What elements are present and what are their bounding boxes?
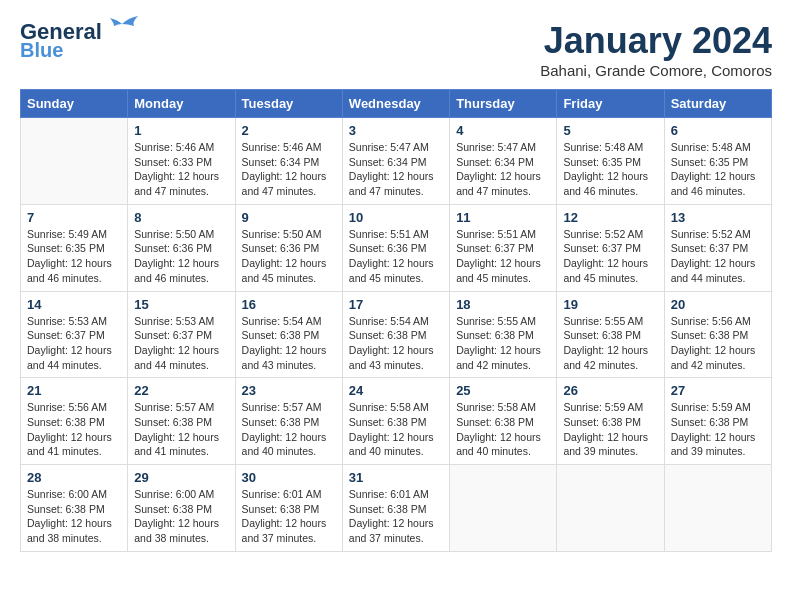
- day-number: 18: [456, 297, 550, 312]
- calendar-table: SundayMondayTuesdayWednesdayThursdayFrid…: [20, 89, 772, 552]
- day-number: 19: [563, 297, 657, 312]
- calendar-cell: 20 Sunrise: 5:56 AMSunset: 6:38 PMDaylig…: [664, 291, 771, 378]
- header: General Blue January 2024 Bahani, Grande…: [20, 20, 772, 79]
- logo: General Blue: [20, 20, 142, 60]
- day-info: Sunrise: 5:50 AMSunset: 6:36 PMDaylight:…: [134, 228, 219, 284]
- day-info: Sunrise: 5:52 AMSunset: 6:37 PMDaylight:…: [563, 228, 648, 284]
- day-number: 22: [134, 383, 228, 398]
- day-number: 12: [563, 210, 657, 225]
- calendar-cell: [21, 118, 128, 205]
- day-number: 13: [671, 210, 765, 225]
- calendar-cell: 10 Sunrise: 5:51 AMSunset: 6:36 PMDaylig…: [342, 204, 449, 291]
- header-day-saturday: Saturday: [664, 90, 771, 118]
- day-info: Sunrise: 5:49 AMSunset: 6:35 PMDaylight:…: [27, 228, 112, 284]
- day-number: 20: [671, 297, 765, 312]
- day-number: 29: [134, 470, 228, 485]
- calendar-cell: 1 Sunrise: 5:46 AMSunset: 6:33 PMDayligh…: [128, 118, 235, 205]
- day-info: Sunrise: 5:48 AMSunset: 6:35 PMDaylight:…: [671, 141, 756, 197]
- day-info: Sunrise: 5:47 AMSunset: 6:34 PMDaylight:…: [349, 141, 434, 197]
- header-day-monday: Monday: [128, 90, 235, 118]
- day-info: Sunrise: 6:01 AMSunset: 6:38 PMDaylight:…: [349, 488, 434, 544]
- day-number: 14: [27, 297, 121, 312]
- calendar-cell: 14 Sunrise: 5:53 AMSunset: 6:37 PMDaylig…: [21, 291, 128, 378]
- header-day-friday: Friday: [557, 90, 664, 118]
- calendar-cell: 30 Sunrise: 6:01 AMSunset: 6:38 PMDaylig…: [235, 465, 342, 552]
- header-day-sunday: Sunday: [21, 90, 128, 118]
- day-info: Sunrise: 6:00 AMSunset: 6:38 PMDaylight:…: [134, 488, 219, 544]
- day-number: 2: [242, 123, 336, 138]
- week-row-2: 7 Sunrise: 5:49 AMSunset: 6:35 PMDayligh…: [21, 204, 772, 291]
- calendar-cell: 8 Sunrise: 5:50 AMSunset: 6:36 PMDayligh…: [128, 204, 235, 291]
- calendar-cell: 11 Sunrise: 5:51 AMSunset: 6:37 PMDaylig…: [450, 204, 557, 291]
- days-header-row: SundayMondayTuesdayWednesdayThursdayFrid…: [21, 90, 772, 118]
- day-info: Sunrise: 5:57 AMSunset: 6:38 PMDaylight:…: [134, 401, 219, 457]
- day-info: Sunrise: 5:54 AMSunset: 6:38 PMDaylight:…: [242, 315, 327, 371]
- calendar-cell: [450, 465, 557, 552]
- calendar-cell: 27 Sunrise: 5:59 AMSunset: 6:38 PMDaylig…: [664, 378, 771, 465]
- calendar-cell: 26 Sunrise: 5:59 AMSunset: 6:38 PMDaylig…: [557, 378, 664, 465]
- day-number: 1: [134, 123, 228, 138]
- day-info: Sunrise: 5:47 AMSunset: 6:34 PMDaylight:…: [456, 141, 541, 197]
- calendar-cell: 2 Sunrise: 5:46 AMSunset: 6:34 PMDayligh…: [235, 118, 342, 205]
- calendar-cell: 9 Sunrise: 5:50 AMSunset: 6:36 PMDayligh…: [235, 204, 342, 291]
- day-number: 31: [349, 470, 443, 485]
- day-number: 8: [134, 210, 228, 225]
- logo-blue-text: Blue: [20, 40, 63, 60]
- calendar-cell: 19 Sunrise: 5:55 AMSunset: 6:38 PMDaylig…: [557, 291, 664, 378]
- calendar-cell: [664, 465, 771, 552]
- day-number: 25: [456, 383, 550, 398]
- day-info: Sunrise: 6:00 AMSunset: 6:38 PMDaylight:…: [27, 488, 112, 544]
- calendar-cell: 5 Sunrise: 5:48 AMSunset: 6:35 PMDayligh…: [557, 118, 664, 205]
- day-info: Sunrise: 5:55 AMSunset: 6:38 PMDaylight:…: [456, 315, 541, 371]
- day-number: 11: [456, 210, 550, 225]
- day-number: 28: [27, 470, 121, 485]
- calendar-cell: 24 Sunrise: 5:58 AMSunset: 6:38 PMDaylig…: [342, 378, 449, 465]
- day-info: Sunrise: 5:55 AMSunset: 6:38 PMDaylight:…: [563, 315, 648, 371]
- day-number: 15: [134, 297, 228, 312]
- calendar-cell: 21 Sunrise: 5:56 AMSunset: 6:38 PMDaylig…: [21, 378, 128, 465]
- day-number: 23: [242, 383, 336, 398]
- calendar-cell: 6 Sunrise: 5:48 AMSunset: 6:35 PMDayligh…: [664, 118, 771, 205]
- day-number: 5: [563, 123, 657, 138]
- calendar-cell: 17 Sunrise: 5:54 AMSunset: 6:38 PMDaylig…: [342, 291, 449, 378]
- day-info: Sunrise: 5:56 AMSunset: 6:38 PMDaylight:…: [671, 315, 756, 371]
- subtitle: Bahani, Grande Comore, Comoros: [540, 62, 772, 79]
- calendar-cell: 31 Sunrise: 6:01 AMSunset: 6:38 PMDaylig…: [342, 465, 449, 552]
- calendar-cell: 13 Sunrise: 5:52 AMSunset: 6:37 PMDaylig…: [664, 204, 771, 291]
- calendar-cell: 18 Sunrise: 5:55 AMSunset: 6:38 PMDaylig…: [450, 291, 557, 378]
- calendar-cell: [557, 465, 664, 552]
- calendar-cell: 28 Sunrise: 6:00 AMSunset: 6:38 PMDaylig…: [21, 465, 128, 552]
- calendar-cell: 4 Sunrise: 5:47 AMSunset: 6:34 PMDayligh…: [450, 118, 557, 205]
- day-number: 16: [242, 297, 336, 312]
- day-info: Sunrise: 5:51 AMSunset: 6:36 PMDaylight:…: [349, 228, 434, 284]
- header-day-wednesday: Wednesday: [342, 90, 449, 118]
- day-info: Sunrise: 6:01 AMSunset: 6:38 PMDaylight:…: [242, 488, 327, 544]
- day-info: Sunrise: 5:46 AMSunset: 6:34 PMDaylight:…: [242, 141, 327, 197]
- day-info: Sunrise: 5:58 AMSunset: 6:38 PMDaylight:…: [349, 401, 434, 457]
- day-info: Sunrise: 5:48 AMSunset: 6:35 PMDaylight:…: [563, 141, 648, 197]
- logo-bird-icon: [104, 16, 142, 44]
- day-number: 3: [349, 123, 443, 138]
- day-number: 7: [27, 210, 121, 225]
- day-info: Sunrise: 5:52 AMSunset: 6:37 PMDaylight:…: [671, 228, 756, 284]
- day-number: 21: [27, 383, 121, 398]
- calendar-cell: 7 Sunrise: 5:49 AMSunset: 6:35 PMDayligh…: [21, 204, 128, 291]
- day-info: Sunrise: 5:58 AMSunset: 6:38 PMDaylight:…: [456, 401, 541, 457]
- title-area: January 2024 Bahani, Grande Comore, Como…: [540, 20, 772, 79]
- day-number: 17: [349, 297, 443, 312]
- week-row-4: 21 Sunrise: 5:56 AMSunset: 6:38 PMDaylig…: [21, 378, 772, 465]
- day-number: 10: [349, 210, 443, 225]
- day-number: 26: [563, 383, 657, 398]
- day-info: Sunrise: 5:53 AMSunset: 6:37 PMDaylight:…: [134, 315, 219, 371]
- calendar-cell: 23 Sunrise: 5:57 AMSunset: 6:38 PMDaylig…: [235, 378, 342, 465]
- day-info: Sunrise: 5:54 AMSunset: 6:38 PMDaylight:…: [349, 315, 434, 371]
- header-day-tuesday: Tuesday: [235, 90, 342, 118]
- calendar-cell: 3 Sunrise: 5:47 AMSunset: 6:34 PMDayligh…: [342, 118, 449, 205]
- calendar-cell: 22 Sunrise: 5:57 AMSunset: 6:38 PMDaylig…: [128, 378, 235, 465]
- day-number: 27: [671, 383, 765, 398]
- day-number: 9: [242, 210, 336, 225]
- day-number: 4: [456, 123, 550, 138]
- day-info: Sunrise: 5:53 AMSunset: 6:37 PMDaylight:…: [27, 315, 112, 371]
- week-row-1: 1 Sunrise: 5:46 AMSunset: 6:33 PMDayligh…: [21, 118, 772, 205]
- day-info: Sunrise: 5:51 AMSunset: 6:37 PMDaylight:…: [456, 228, 541, 284]
